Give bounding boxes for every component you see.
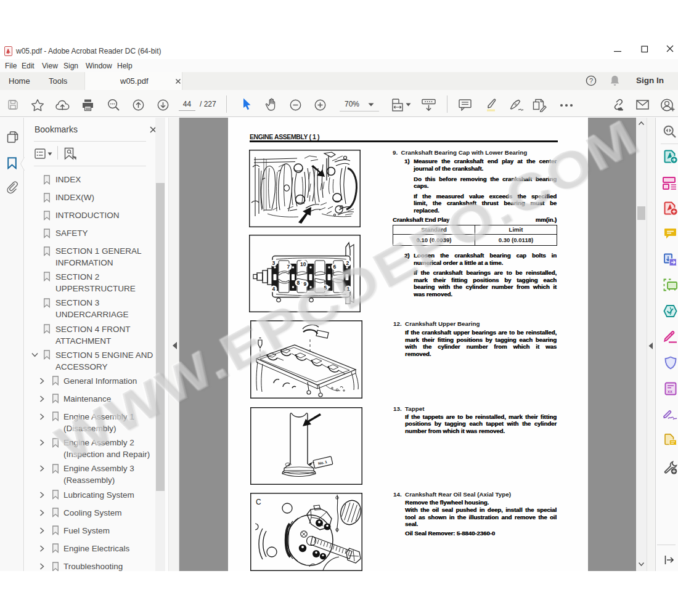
svg-text:5: 5	[324, 285, 327, 291]
svg-text:8: 8	[297, 280, 300, 286]
svg-text:7: 7	[287, 264, 290, 270]
svg-text:No. 1: No. 1	[318, 460, 328, 465]
svg-text:1: 1	[347, 286, 350, 292]
svg-text:6: 6	[333, 264, 337, 270]
svg-text:2: 2	[346, 260, 349, 266]
svg-text:C: C	[256, 498, 261, 506]
svg-text:?: ?	[589, 77, 593, 84]
svg-text:xx: xx	[668, 389, 672, 394]
svg-text:10: 10	[300, 261, 306, 267]
svg-text:3: 3	[272, 260, 276, 266]
svg-text:9: 9	[304, 281, 307, 287]
svg-text:4: 4	[272, 286, 276, 292]
